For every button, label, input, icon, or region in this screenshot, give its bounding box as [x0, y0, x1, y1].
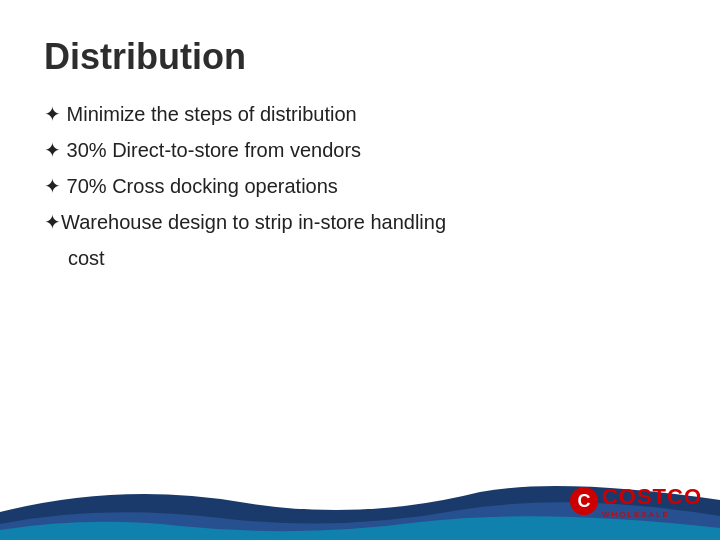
slide: Distribution ✦ Minimize the steps of dis… [0, 0, 720, 540]
bullet-text: design to strip in-store handling [163, 211, 447, 233]
costco-sub-label: WHOLESALE [602, 510, 702, 519]
list-item: ✦Warehouse design to strip in-store hand… [44, 208, 676, 236]
costco-circle-icon: C [570, 487, 598, 515]
list-item: ✦ Minimize the steps of distribution [44, 100, 676, 128]
bullet-prefix: ✦Warehouse [44, 211, 163, 233]
list-item: ✦ 30% Direct-to-store from vendors [44, 136, 676, 164]
slide-title: Distribution [44, 36, 676, 78]
list-item-continuation: cost [44, 244, 676, 272]
bullet-text: Direct-to-store from vendors [107, 139, 362, 161]
costco-logo: C COSTCO WHOLESALE [576, 476, 696, 526]
bullet-list: ✦ Minimize the steps of distribution ✦ 3… [44, 100, 676, 272]
list-item: ✦ 70% Cross docking operations [44, 172, 676, 200]
costco-name-label: COSTCO [602, 484, 702, 510]
bullet-prefix: ✦ 70% [44, 175, 107, 197]
costco-text: COSTCO WHOLESALE [602, 484, 702, 519]
bullet-indent: cost [44, 247, 105, 269]
bullet-prefix: ✦ 30% [44, 139, 107, 161]
bullet-text: Cross docking operations [107, 175, 338, 197]
slide-content: Distribution ✦ Minimize the steps of dis… [0, 0, 720, 272]
bullet-prefix: ✦ Minimize [44, 103, 145, 125]
bullet-text: the steps of distribution [145, 103, 356, 125]
